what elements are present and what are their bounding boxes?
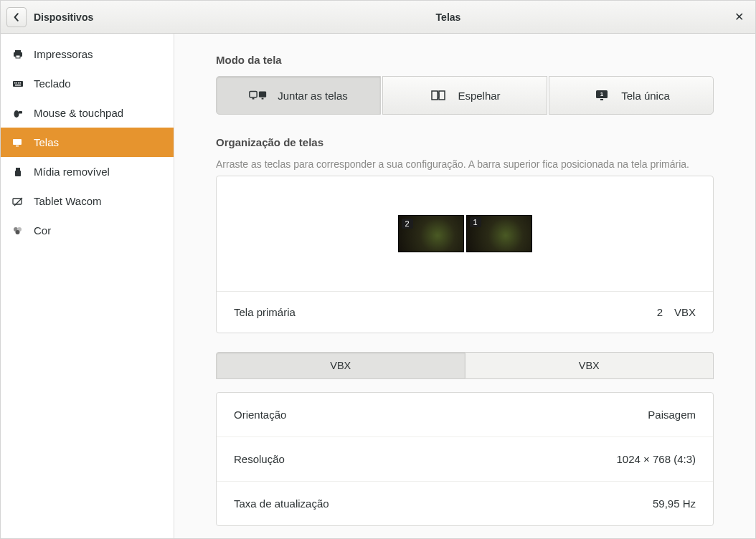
chevron-left-icon [12,13,21,22]
settings-window: Dispositivos Telas ✕ Impressoras Teclado… [0,0,756,539]
sidebar-item-keyboard[interactable]: Teclado [1,69,174,98]
single-display-icon: 1 [592,89,611,102]
titlebar: Dispositivos Telas ✕ [1,1,755,34]
setting-label: Orientação [234,409,286,421]
close-icon: ✕ [734,10,744,24]
svg-rect-8 [15,85,21,86]
keyboard-icon [12,78,24,90]
primary-display-label: Tela primária [234,306,296,318]
svg-rect-10 [19,111,22,114]
mode-label: Juntar as telas [278,90,348,102]
sidebar-item-mouse[interactable]: Mouse & touchpad [1,98,174,128]
displays-icon [12,137,24,148]
primary-display-row[interactable]: Tela primária 2 VBX [217,291,713,333]
primary-display-name: VBX [674,306,696,318]
svg-rect-5 [16,82,18,84]
svg-rect-4 [14,82,16,84]
close-button[interactable]: ✕ [729,7,749,27]
tablet-icon [12,196,24,207]
display-tabs: VBX VBX [216,352,714,379]
printer-icon [12,49,24,60]
svg-rect-2 [16,55,20,58]
svg-rect-24 [600,99,603,100]
mode-label: Espelhar [458,90,500,102]
usb-icon [12,166,24,178]
section-title: Dispositivos [34,11,93,23]
svg-rect-12 [16,146,19,147]
tab-label: VBX [579,360,600,371]
orientation-row[interactable]: Orientação Paisagem [217,393,713,437]
svg-rect-7 [20,82,22,84]
primary-display-num: 2 [657,306,663,318]
svg-rect-14 [15,171,21,176]
display-thumb-1[interactable]: 1 [466,215,532,252]
mode-join-displays[interactable]: Juntar as telas [216,76,381,115]
mouse-icon [12,108,24,119]
display-badge: 2 [402,219,413,229]
arrangement-area: 2 1 [217,176,713,291]
sidebar-item-label: Impressoras [34,48,93,60]
arrangement-hint: Arraste as teclas para corresponder a su… [216,158,714,170]
sidebar-item-label: Telas [34,136,59,148]
setting-label: Taxa de atualização [234,497,329,510]
mode-label: Tela única [621,90,670,102]
svg-text:1: 1 [600,91,604,97]
arrangement-panel: 2 1 Tela primária 2 VBX [216,176,714,333]
display-settings-panel: Orientação Paisagem Resolução 1024 × 768… [216,392,714,526]
svg-rect-11 [13,139,22,145]
setting-value: 1024 × 768 (4:3) [616,453,696,465]
display-tab-1[interactable]: VBX [216,352,466,379]
sidebar: Impressoras Teclado Mouse & touchpad Tel… [1,34,174,538]
svg-rect-22 [262,98,264,100]
mode-single[interactable]: 1 Tela única [549,76,714,115]
setting-value: Paisagem [648,409,696,421]
resolution-row[interactable]: Resolução 1024 × 768 (4:3) [217,437,713,481]
sidebar-item-color[interactable]: Cor [1,216,174,245]
svg-rect-1 [15,50,21,52]
back-button[interactable] [6,7,27,27]
body: Impressoras Teclado Mouse & touchpad Tel… [1,34,755,538]
svg-rect-19 [250,91,257,97]
sidebar-item-label: Teclado [34,77,71,90]
mode-section-label: Modo da tela [216,54,714,66]
display-mode-toggle: Juntar as telas Espelhar 1 Tela única [216,76,714,115]
refresh-rate-row[interactable]: Taxa de atualização 59,95 Hz [217,481,713,525]
svg-rect-20 [259,91,266,97]
sidebar-item-removable-media[interactable]: Mídia removível [1,157,174,186]
sidebar-item-printers[interactable]: Impressoras [1,39,174,69]
mode-mirror[interactable]: Espelhar [382,76,547,115]
primary-display-value: 2 VBX [657,306,696,318]
setting-value: 59,95 Hz [653,497,696,510]
sidebar-item-label: Mídia removível [34,166,110,178]
sidebar-item-displays[interactable]: Telas [1,128,174,157]
svg-rect-13 [16,168,20,171]
mirror-icon [429,89,448,102]
display-tab-2[interactable]: VBX [466,352,714,379]
sidebar-item-label: Mouse & touchpad [34,107,123,119]
svg-rect-21 [252,98,255,100]
svg-rect-6 [18,82,19,84]
titlebar-left: Dispositivos [1,7,174,27]
arrangement-section-label: Organização de telas [216,136,714,148]
display-badge: 1 [470,217,481,227]
display-thumb-2[interactable]: 2 [398,215,464,252]
titlebar-right: ✕ [722,7,755,27]
sidebar-item-label: Tablet Wacom [34,195,101,207]
svg-point-18 [16,230,20,234]
page-title: Telas [174,11,722,23]
content: Modo da tela Juntar as telas Espelhar 1 … [174,34,755,538]
sidebar-item-label: Cor [34,224,51,237]
svg-rect-3 [13,81,23,87]
sidebar-item-wacom[interactable]: Tablet Wacom [1,186,174,216]
tab-label: VBX [330,360,351,371]
svg-point-9 [14,110,19,118]
join-displays-icon [249,89,268,102]
color-icon [12,225,24,237]
setting-label: Resolução [234,453,285,465]
